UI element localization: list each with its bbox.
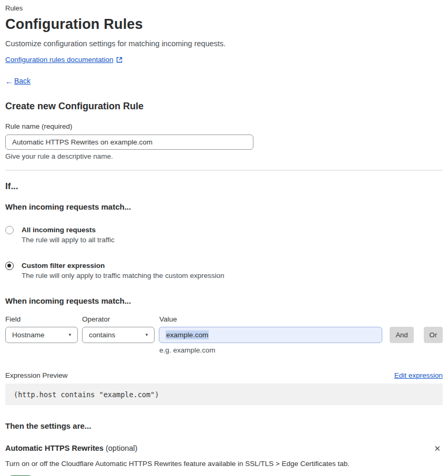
expression-preview-label: Expression Preview [5,371,68,379]
chevron-down-icon: ▼ [68,333,72,337]
field-select[interactable]: Hostname ▼ [5,327,78,343]
radio-option-all-requests[interactable]: All incoming requests The rule will appl… [5,225,443,245]
expression-builder-labels: Field Operator Value [5,315,443,324]
field-label: Field [5,315,82,324]
value-label: Value [159,315,177,324]
expression-preview-box: (http.host contains "example.com") [5,384,443,405]
rule-name-label: Rule name (required) [5,122,443,131]
breadcrumb: Rules [5,4,443,13]
setting-header-row: Automatic HTTPS Rewrites (optional) ✕ [5,443,443,453]
then-settings-heading: Then the settings are... [5,421,443,431]
rule-name-help: Give your rule a descriptive name. [5,152,443,161]
setting-name: Automatic HTTPS Rewrites (optional) [5,443,137,453]
value-input-text: example.com [166,330,209,339]
setting-description: Turn on or off the Cloudflare Automatic … [5,459,443,468]
expression-code: (http.host contains "example.com") [14,390,159,399]
page-title: Configuration Rules [5,16,443,33]
radio-option-custom-filter[interactable]: Custom filter expression The rule will o… [5,261,443,281]
if-heading: If... [5,181,443,192]
operator-label: Operator [82,315,159,324]
external-link-icon [116,57,123,63]
radio-label: All incoming requests [22,225,115,235]
setting-optional-label: (optional) [104,444,137,452]
operator-select-value: contains [89,331,115,339]
close-icon[interactable]: ✕ [432,444,443,453]
page-subtitle: Customize configuration settings for mat… [5,39,443,48]
expression-preview-row: Expression Preview Edit expression [5,371,443,379]
or-button[interactable]: Or [424,327,443,343]
radio-description: The rule will only apply to traffic matc… [22,271,224,281]
back-arrow-icon: ← [5,77,13,86]
radio-button-icon[interactable] [5,262,14,270]
configuration-rules-page: Rules Configuration Rules Customize conf… [0,0,448,476]
back-link-row: ← Back [5,77,443,86]
value-help-text: e.g. example.com [159,346,443,355]
and-button[interactable]: And [390,327,413,343]
back-link[interactable]: Back [14,77,30,86]
field-select-value: Hostname [12,331,45,339]
radio-description: The rule will apply to all traffic [22,235,115,245]
expression-builder-row: Hostname ▼ contains ▼ example.com And Or [5,327,443,343]
chevron-down-icon: ▼ [145,333,149,337]
edit-expression-link[interactable]: Edit expression [394,371,443,379]
create-rule-heading: Create new Configuration Rule [5,100,443,112]
documentation-link[interactable]: Configuration rules documentation [5,56,114,64]
radio-label: Custom filter expression [22,261,224,271]
operator-select[interactable]: contains ▼ [82,327,155,343]
documentation-link-row: Configuration rules documentation [5,56,443,64]
when-match-heading: When incoming requests match... [5,202,443,212]
section-divider [5,170,443,171]
rule-name-input[interactable] [5,134,253,150]
radio-button-icon[interactable] [5,226,14,234]
value-input[interactable]: example.com [159,327,382,343]
setting-name-bold: Automatic HTTPS Rewrites [5,444,104,452]
expression-builder-heading: When incoming requests match... [5,296,443,306]
